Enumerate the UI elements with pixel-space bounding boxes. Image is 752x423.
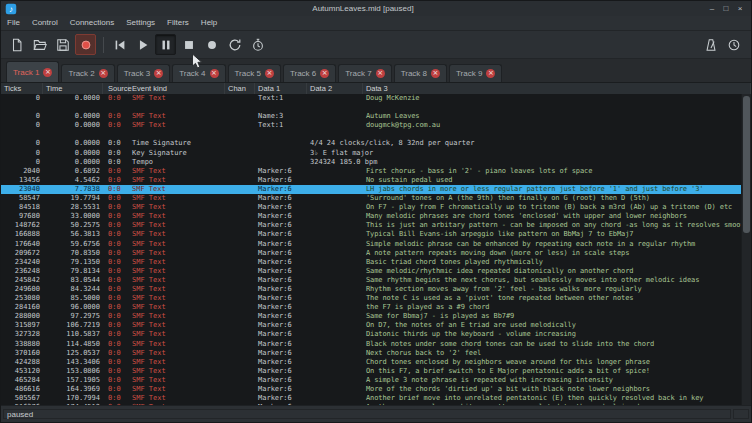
- event-row[interactable]: 16688856.38130:0SMF TextMarker:6Typical …: [1, 230, 741, 239]
- tab-track-1[interactable]: Track 1×: [6, 61, 59, 82]
- event-row[interactable]: 00.00000:0Time Signature4/4 24 clocks/cl…: [1, 139, 741, 148]
- tab-close-icon[interactable]: ×: [210, 69, 219, 78]
- pause-button[interactable]: [155, 34, 176, 55]
- column-header-data-1[interactable]: Data 1: [255, 83, 307, 94]
- tab-track-7[interactable]: Track 7×: [338, 64, 391, 82]
- event-row[interactable]: 20967270.83500:0SMF TextMarker:6A note p…: [1, 249, 741, 258]
- event-row[interactable]: 5854719.77940:0SMF TextMarker:6'Surround…: [1, 194, 741, 203]
- close-button[interactable]: ×: [733, 1, 747, 16]
- event-row[interactable]: 25308085.50000:0SMF TextMarker:6The note…: [1, 294, 741, 303]
- event-row[interactable]: 8451828.55310:0SMF TextMarker:6On F7 - p…: [1, 203, 741, 212]
- event-row[interactable]: 465284157.19050:0SMF TextMarker:6A simpl…: [1, 376, 741, 385]
- column-header-data-2[interactable]: Data 2: [307, 83, 363, 94]
- event-row[interactable]: 00.00000:0SMF TextText:1Doug McKenzie: [1, 94, 741, 103]
- tab-track-9[interactable]: Track 9×: [449, 64, 502, 82]
- tab-close-icon[interactable]: ×: [99, 69, 108, 78]
- column-header-event-kind[interactable]: Event kind: [129, 83, 225, 94]
- column-header-ticks[interactable]: Ticks: [1, 83, 43, 94]
- menu-connections[interactable]: Connections: [64, 16, 120, 30]
- column-header-data-3[interactable]: Data 3: [363, 83, 751, 94]
- event-row[interactable]: 00.00000:0SMF TextText:1dougmck@tpg.com.…: [1, 121, 741, 130]
- tab-track-8[interactable]: Track 8×: [394, 64, 447, 82]
- tab-close-icon[interactable]: ×: [431, 69, 440, 78]
- cell-time: 0.0000: [43, 94, 103, 103]
- vertical-scrollbar[interactable]: [741, 94, 751, 405]
- cell-ticks: 245842: [1, 276, 43, 285]
- timer-button[interactable]: [247, 34, 268, 55]
- cell-data3: On D7, the notes of an E triad are used …: [363, 321, 741, 330]
- tab-track-2[interactable]: Track 2×: [61, 64, 114, 82]
- open-button[interactable]: [29, 34, 50, 55]
- event-row[interactable]: 00.00000:0SMF TextName:3Autumn Leaves: [1, 112, 741, 121]
- save-button[interactable]: [52, 34, 73, 55]
- event-row[interactable]: 486616164.39690:0SMF TextMarker:6More of…: [1, 385, 741, 394]
- cell-source: 0:0: [103, 276, 129, 285]
- resize-grip[interactable]: [733, 409, 749, 419]
- save-icon: [56, 38, 70, 52]
- event-row[interactable]: 424288143.34060:0SMF TextMarker:6Chord t…: [1, 358, 741, 367]
- menu-filters[interactable]: Filters: [161, 16, 195, 30]
- tab-track-5[interactable]: Track 5×: [228, 64, 281, 82]
- minimize-button[interactable]: –: [705, 1, 719, 16]
- event-row[interactable]: 28416096.00000:0SMF TextMarker:6the F7 i…: [1, 303, 741, 312]
- event-row[interactable]: 134564.54620:0SMF TextMarker:6No sustain…: [1, 176, 741, 185]
- maximize-button[interactable]: □: [719, 1, 733, 16]
- event-row[interactable]: 28800097.29750:0SMF TextMarker:6Same for…: [1, 312, 741, 321]
- record-button[interactable]: [201, 34, 222, 55]
- menu-settings[interactable]: Settings: [120, 16, 161, 30]
- tab-close-icon[interactable]: ×: [43, 68, 52, 77]
- event-row[interactable]: 00.00000:0Key Signature3♭ E flat major: [1, 149, 741, 158]
- column-header-time[interactable]: Time: [43, 83, 103, 94]
- tab-close-icon[interactable]: ×: [486, 69, 495, 78]
- cell-data3: Same rhythm begins the next chorus, but …: [363, 276, 741, 285]
- event-row[interactable]: 23624879.81340:0SMF TextMarker:6Same mel…: [1, 267, 741, 276]
- column-header-chan[interactable]: Chan: [225, 83, 255, 94]
- menu-control[interactable]: Control: [26, 16, 64, 30]
- skip-backward-button[interactable]: [109, 34, 130, 55]
- event-row[interactable]: 17664059.67560:0SMF TextMarker:6Simple m…: [1, 240, 741, 249]
- tab-close-icon[interactable]: ×: [154, 69, 163, 78]
- scrollbar-thumb[interactable]: [743, 96, 750, 233]
- app-icon: ♪: [5, 3, 17, 15]
- event-row[interactable]: [1, 130, 741, 139]
- cell-kind: Key Signature: [129, 149, 225, 158]
- metronome-button[interactable]: [700, 34, 721, 55]
- tab-close-icon[interactable]: ×: [320, 69, 329, 78]
- cell-data3: LH jabs chords in more or less regular p…: [363, 185, 741, 194]
- tab-close-icon[interactable]: ×: [376, 69, 385, 78]
- menu-help[interactable]: Help: [195, 16, 223, 30]
- event-row[interactable]: [1, 103, 741, 112]
- menu-file[interactable]: File: [1, 16, 26, 30]
- event-row[interactable]: 20400.68920:0SMF TextMarker:6First choru…: [1, 167, 741, 176]
- event-row[interactable]: 505567170.79940:0SMF TextMarker:6Another…: [1, 394, 741, 403]
- record-enable-button[interactable]: [75, 34, 96, 55]
- event-row[interactable]: 24960084.32440:0SMF TextMarker:6Rhythm s…: [1, 285, 741, 294]
- cell-source: 0:0: [103, 258, 129, 267]
- stop-button[interactable]: [178, 34, 199, 55]
- event-row[interactable]: 327328110.58370:0SMF TextMarker:6Diatoni…: [1, 330, 741, 339]
- tab-track-6[interactable]: Track 6×: [283, 64, 336, 82]
- column-header-source[interactable]: Source: [103, 83, 129, 94]
- event-row[interactable]: 23424079.13500:0SMF TextMarker:6Basic tr…: [1, 258, 741, 267]
- event-row[interactable]: 516376174.45120:0SMF TextMarker:6Another…: [1, 403, 741, 405]
- new-button[interactable]: [6, 34, 27, 55]
- event-row[interactable]: 24584283.05440:0SMF TextMarker:6Same rhy…: [1, 276, 741, 285]
- event-row[interactable]: 14876250.25750:0SMF TextMarker:6This is …: [1, 221, 741, 230]
- event-row[interactable]: 338880114.48500:0SMF TextMarker:6Black n…: [1, 340, 741, 349]
- tab-close-icon[interactable]: ×: [265, 69, 274, 78]
- event-row[interactable]: 00.00000:0Tempo324324 185.0 bpm: [1, 158, 741, 167]
- event-row[interactable]: 370160125.05370:0SMF TextMarker:6Next ch…: [1, 349, 741, 358]
- event-row[interactable]: 9768033.00000:0SMF TextMarker:6Many melo…: [1, 212, 741, 221]
- titlebar[interactable]: ♪ AutumnLeaves.mid [paused] – □ ×: [1, 1, 751, 16]
- tab-track-3[interactable]: Track 3×: [117, 64, 170, 82]
- cell-source: 0:0: [103, 349, 129, 358]
- cell-data2: 4/4 24 clocks/click, 8 32nd per quarter: [307, 139, 363, 148]
- event-row[interactable]: 230407.78380:0SMF TextMarker:6LH jabs ch…: [1, 185, 741, 194]
- event-row[interactable]: 315897106.72190:0SMF TextMarker:6On D7, …: [1, 321, 741, 330]
- cell-kind: SMF Text: [129, 212, 225, 221]
- event-row[interactable]: 453120153.08060:0SMF TextMarker:6On this…: [1, 367, 741, 376]
- cell-kind: [129, 103, 225, 112]
- clock-button[interactable]: [723, 34, 744, 55]
- play-button[interactable]: [132, 34, 153, 55]
- loop-button[interactable]: [224, 34, 245, 55]
